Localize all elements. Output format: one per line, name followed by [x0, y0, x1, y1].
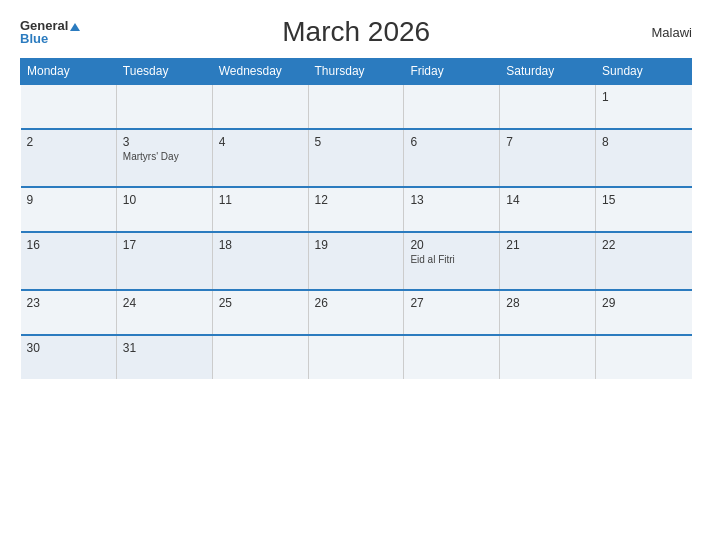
day-cell: 18: [212, 232, 308, 290]
day-cell: 30: [21, 335, 117, 379]
calendar-body: 123Martyrs' Day4567891011121314151617181…: [21, 84, 692, 379]
day-cell: 13: [404, 187, 500, 232]
day-cell: 22: [596, 232, 692, 290]
day-number: 21: [506, 238, 589, 252]
day-cell: [116, 84, 212, 129]
week-row-3: 9101112131415: [21, 187, 692, 232]
header-friday: Friday: [404, 59, 500, 85]
logo-blue: Blue: [20, 32, 48, 45]
day-number: 3: [123, 135, 206, 149]
day-cell: [21, 84, 117, 129]
day-cell: 12: [308, 187, 404, 232]
calendar-header: Monday Tuesday Wednesday Thursday Friday…: [21, 59, 692, 85]
day-cell: 8: [596, 129, 692, 187]
day-number: 8: [602, 135, 685, 149]
day-number: 5: [315, 135, 398, 149]
day-number: 29: [602, 296, 685, 310]
day-cell: 4: [212, 129, 308, 187]
day-cell: [404, 335, 500, 379]
day-number: 19: [315, 238, 398, 252]
day-cell: 19: [308, 232, 404, 290]
day-number: 6: [410, 135, 493, 149]
week-row-6: 3031: [21, 335, 692, 379]
day-cell: 16: [21, 232, 117, 290]
day-cell: 26: [308, 290, 404, 335]
top-bar: General Blue March 2026 Malawi: [20, 16, 692, 48]
day-cell: 27: [404, 290, 500, 335]
day-cell: 1: [596, 84, 692, 129]
day-number: 23: [27, 296, 110, 310]
header-thursday: Thursday: [308, 59, 404, 85]
day-number: 7: [506, 135, 589, 149]
day-number: 4: [219, 135, 302, 149]
month-title: March 2026: [80, 16, 632, 48]
day-cell: 14: [500, 187, 596, 232]
day-cell: 7: [500, 129, 596, 187]
day-number: 16: [27, 238, 110, 252]
day-number: 18: [219, 238, 302, 252]
calendar-table: Monday Tuesday Wednesday Thursday Friday…: [20, 58, 692, 379]
day-number: 14: [506, 193, 589, 207]
header-monday: Monday: [21, 59, 117, 85]
day-cell: 5: [308, 129, 404, 187]
day-cell: [500, 84, 596, 129]
country-label: Malawi: [632, 25, 692, 40]
logo-triangle-icon: [70, 23, 80, 31]
day-number: 25: [219, 296, 302, 310]
day-number: 13: [410, 193, 493, 207]
day-number: 2: [27, 135, 110, 149]
header-tuesday: Tuesday: [116, 59, 212, 85]
day-number: 17: [123, 238, 206, 252]
day-cell: 31: [116, 335, 212, 379]
day-number: 12: [315, 193, 398, 207]
event-label: Eid al Fitri: [410, 254, 493, 265]
day-number: 31: [123, 341, 206, 355]
header-saturday: Saturday: [500, 59, 596, 85]
day-number: 22: [602, 238, 685, 252]
day-cell: [308, 335, 404, 379]
day-cell: 28: [500, 290, 596, 335]
day-cell: 9: [21, 187, 117, 232]
day-cell: [404, 84, 500, 129]
day-cell: 15: [596, 187, 692, 232]
day-cell: [500, 335, 596, 379]
day-cell: 29: [596, 290, 692, 335]
header-sunday: Sunday: [596, 59, 692, 85]
week-row-5: 23242526272829: [21, 290, 692, 335]
day-cell: 25: [212, 290, 308, 335]
day-number: 24: [123, 296, 206, 310]
day-number: 11: [219, 193, 302, 207]
weekday-header-row: Monday Tuesday Wednesday Thursday Friday…: [21, 59, 692, 85]
day-cell: 20Eid al Fitri: [404, 232, 500, 290]
week-row-2: 23Martyrs' Day45678: [21, 129, 692, 187]
event-label: Martyrs' Day: [123, 151, 206, 162]
day-number: 9: [27, 193, 110, 207]
day-number: 15: [602, 193, 685, 207]
day-cell: [212, 84, 308, 129]
logo: General Blue: [20, 19, 80, 45]
day-cell: 23: [21, 290, 117, 335]
day-cell: 2: [21, 129, 117, 187]
day-cell: [308, 84, 404, 129]
day-number: 30: [27, 341, 110, 355]
day-cell: [596, 335, 692, 379]
week-row-1: 1: [21, 84, 692, 129]
day-cell: 21: [500, 232, 596, 290]
week-row-4: 1617181920Eid al Fitri2122: [21, 232, 692, 290]
day-cell: 17: [116, 232, 212, 290]
day-cell: 11: [212, 187, 308, 232]
day-cell: 3Martyrs' Day: [116, 129, 212, 187]
day-cell: 6: [404, 129, 500, 187]
day-number: 28: [506, 296, 589, 310]
day-number: 1: [602, 90, 685, 104]
day-number: 10: [123, 193, 206, 207]
day-cell: 10: [116, 187, 212, 232]
day-cell: 24: [116, 290, 212, 335]
day-cell: [212, 335, 308, 379]
day-number: 20: [410, 238, 493, 252]
header-wednesday: Wednesday: [212, 59, 308, 85]
day-number: 27: [410, 296, 493, 310]
day-number: 26: [315, 296, 398, 310]
